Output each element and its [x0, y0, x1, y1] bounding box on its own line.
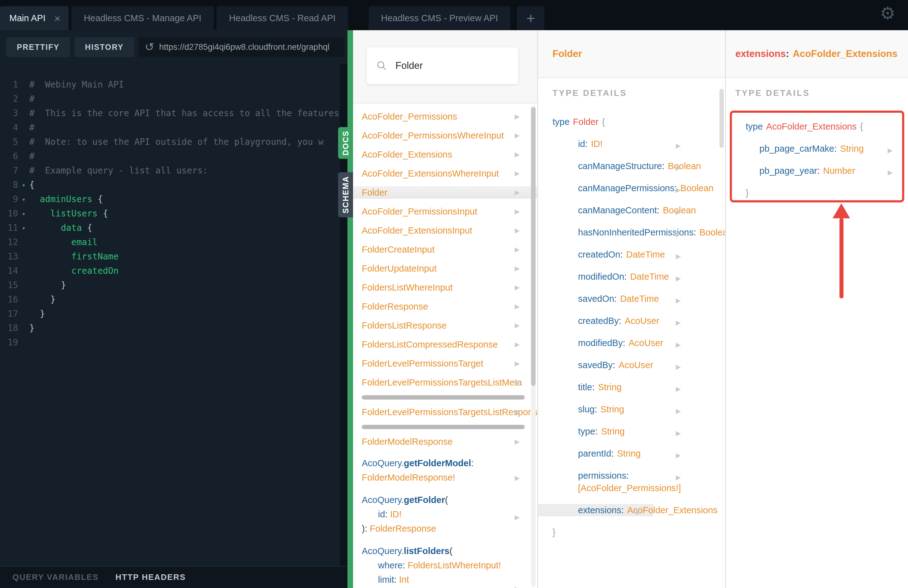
fold-marker-icon[interactable]	[18, 249, 29, 264]
docs-type-row[interactable]: AcoFolder_ExtensionsWhereInput ▶	[362, 167, 537, 180]
docs-type-row[interactable]: FolderCreateInput ▶	[362, 243, 537, 256]
field-row[interactable]: permissions:[AcoFolder_Permissions!] ▶	[552, 469, 693, 494]
docs-type-row[interactable]: AcoFolder_Permissions ▶	[362, 110, 537, 123]
code-line[interactable]: 9 ▾ adminUsers {	[0, 192, 348, 206]
field-row[interactable]: id:ID! ▶	[552, 138, 693, 150]
field-row[interactable]: type:String ▶	[552, 425, 693, 438]
fold-marker-icon[interactable]	[18, 292, 29, 307]
code-line[interactable]: 6 #	[0, 149, 348, 164]
docs-type-row[interactable]: Folder ▶	[353, 186, 537, 199]
fold-marker-icon[interactable]	[18, 321, 29, 336]
code-line[interactable]: 17 }	[0, 307, 348, 321]
code-line[interactable]: 16 }	[0, 292, 348, 307]
code-line[interactable]: 1 # Webiny Main API	[0, 77, 348, 92]
endpoint-url-input[interactable]: ↺ https://d2785gi4qi6pw8.cloudfront.net/…	[138, 37, 345, 57]
docs-type-row[interactable]: FolderLevelPermissionsTarget ▶	[362, 357, 537, 370]
docs-type-row[interactable]: AcoFolder_ExtensionsInput ▶	[362, 224, 537, 237]
fold-marker-icon[interactable]	[18, 307, 29, 321]
tab-headless-cms-preview-api[interactable]: Headless CMS - Preview API	[369, 6, 511, 30]
fold-marker-icon[interactable]	[18, 235, 29, 249]
docs-type-row[interactable]: FolderModelResponse ▶	[362, 435, 537, 448]
docs-type-row[interactable]: FoldersListResponse ▶	[362, 319, 537, 332]
code-line[interactable]: 5 # Note: to use the API outside of the …	[0, 135, 348, 149]
code-line[interactable]: 12 email	[0, 235, 348, 249]
code-line[interactable]: 4 #	[0, 120, 348, 135]
field-row[interactable]: parentId:String ▶	[552, 447, 693, 460]
fold-marker-icon[interactable]: ▾	[18, 192, 29, 206]
fold-marker-icon[interactable]	[18, 92, 29, 106]
http-headers-tab[interactable]: HTTP HEADERS	[116, 572, 186, 582]
fold-marker-icon[interactable]	[18, 106, 29, 120]
fold-marker-icon[interactable]	[18, 278, 29, 292]
code-line[interactable]: 7 # Example query - list all users:	[0, 164, 348, 178]
tab-headless-cms-read-api[interactable]: Headless CMS - Read API	[217, 6, 348, 30]
code-line[interactable]: 14 createdOn	[0, 264, 348, 278]
tab-headless-cms-manage-api[interactable]: Headless CMS - Manage API	[71, 6, 214, 30]
code-line[interactable]: 15 }	[0, 278, 348, 292]
fold-marker-icon[interactable]	[18, 164, 29, 178]
field-row[interactable]: canManageStructure:Boolean ▶	[552, 160, 693, 172]
fold-marker-icon[interactable]	[18, 264, 29, 278]
docs-side-tab[interactable]: DOCS	[338, 127, 353, 159]
scrollbar-thumb[interactable]	[531, 107, 536, 386]
prettify-button[interactable]: PRETTIFY	[6, 37, 70, 57]
fold-marker-icon[interactable]: ▾	[18, 178, 29, 192]
query-entry-getFolderModel[interactable]: AcoQuery.getFolderModel: FolderModelResp…	[362, 456, 537, 485]
field-row[interactable]: savedOn:DateTime ▶	[552, 292, 693, 305]
field-row[interactable]: canManagePermissions:Boolean ▶	[552, 182, 693, 194]
query-entry-listFolders[interactable]: AcoQuery.listFolders( where: FoldersList…	[362, 544, 537, 587]
code-line[interactable]: 2 #	[0, 92, 348, 106]
horizontal-scrollbar[interactable]	[362, 395, 525, 400]
search-input[interactable]: Folder	[367, 47, 518, 84]
field-row[interactable]: pb_page_year:Number ▶	[745, 164, 902, 177]
pane-divider[interactable]	[348, 30, 353, 588]
field-row[interactable]: modifiedOn:DateTime ▶	[552, 270, 693, 283]
tab-main-api[interactable]: Main API ×	[0, 6, 69, 30]
schema-side-tab[interactable]: SCHEMA	[338, 172, 353, 217]
fold-marker-icon[interactable]	[18, 120, 29, 135]
docs-type-row[interactable]: AcoFolder_Extensions ▶	[362, 148, 537, 161]
docs-type-row[interactable]: FoldersListCompressedResponse ▶	[362, 338, 537, 351]
query-variables-tab[interactable]: QUERY VARIABLES	[13, 572, 99, 582]
docs-type-row[interactable]: FolderResponse ▶	[362, 300, 537, 313]
fold-marker-icon[interactable]	[18, 77, 29, 92]
field-row[interactable]: pb_page_carMake:String ▶	[745, 142, 902, 155]
field-row[interactable]: title:String ▶	[552, 381, 693, 394]
fold-marker-icon[interactable]: ▾	[18, 206, 29, 221]
field-row[interactable]: canManageContent:Boolean ▶	[552, 204, 693, 217]
horizontal-scrollbar[interactable]	[362, 425, 525, 429]
code-line[interactable]: 10 ▾ listUsers {	[0, 206, 348, 221]
new-tab-button[interactable]: +	[517, 6, 544, 30]
fold-marker-icon[interactable]: ▾	[18, 221, 29, 235]
docs-type-row[interactable]: FolderLevelPermissionsTargetsListRespons…	[362, 406, 537, 418]
docs-type-row[interactable]: AcoFolder_PermissionsInput ▶	[362, 205, 537, 218]
field-row[interactable]: modifiedBy:AcoUser ▶	[552, 337, 693, 349]
query-entry-getFolder[interactable]: AcoQuery.getFolder( id: ID! ): FolderRes…	[362, 493, 537, 536]
code-editor[interactable]: 1 # Webiny Main API 2 # 3 # This is the …	[0, 64, 348, 566]
fold-marker-icon[interactable]	[18, 149, 29, 164]
field-row[interactable]: createdOn:DateTime ▶	[552, 248, 693, 261]
code-line[interactable]: 8 ▾ {	[0, 178, 348, 192]
code-line[interactable]: 3 # This is the core API that has access…	[0, 106, 348, 120]
reload-icon[interactable]: ↺	[145, 42, 154, 53]
field-row[interactable]: extensions:AcoFolder_Extensions ▶	[538, 504, 654, 516]
fold-marker-icon[interactable]	[18, 135, 29, 149]
docs-type-row[interactable]: FolderLevelPermissionsTargetsListMeta ▶	[362, 376, 537, 389]
docs-type-row[interactable]: AcoFolder_PermissionsWhereInput ▶	[362, 129, 537, 142]
scrollbar-thumb[interactable]	[720, 89, 724, 148]
field-row[interactable]: slug:String ▶	[552, 403, 693, 416]
field-row[interactable]: savedBy:AcoUser ▶	[552, 359, 693, 371]
fold-marker-icon[interactable]	[18, 336, 29, 350]
settings-gear-icon[interactable]: ⚙	[880, 3, 895, 23]
code-line[interactable]: 11 ▾ data {	[0, 221, 348, 235]
close-icon[interactable]: ×	[54, 13, 60, 24]
history-button[interactable]: HISTORY	[74, 37, 134, 57]
field-row[interactable]: createdBy:AcoUser ▶	[552, 315, 693, 327]
code-line[interactable]: 13 firstName	[0, 249, 348, 264]
field-row[interactable]: hasNonInheritedPermissions:Boolean ▶	[552, 226, 693, 239]
docs-type-row[interactable]: FolderUpdateInput ▶	[362, 262, 537, 275]
docs-list-item: FolderCreateInput ▶	[362, 243, 537, 256]
code-line[interactable]: 18 }	[0, 321, 348, 336]
code-line[interactable]: 19	[0, 336, 348, 350]
docs-type-row[interactable]: FoldersListWhereInput ▶	[362, 281, 537, 294]
